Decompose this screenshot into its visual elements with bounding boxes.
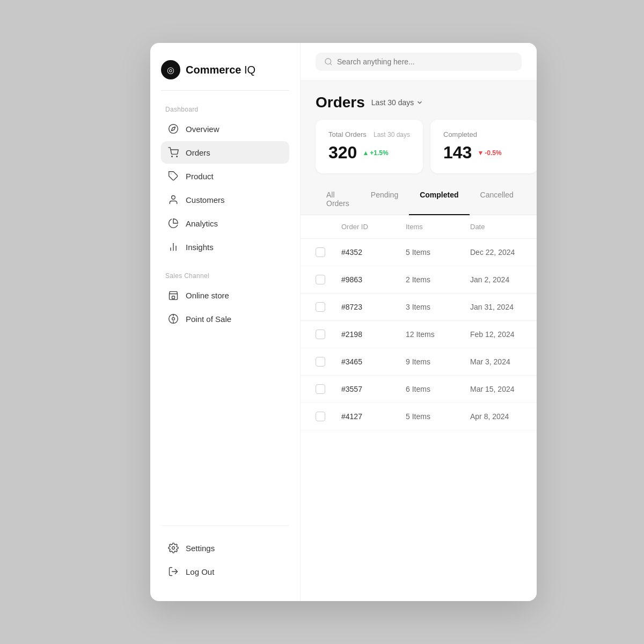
row-items: 12 Items [406,330,470,339]
tabs-bar: All Orders Pending Completed Cancelled [301,184,537,215]
tab-completed[interactable]: Completed [409,184,469,215]
nav-sales-section: Sales Channel Online store Point of Sale [161,272,289,331]
top-bar [301,43,537,81]
date-filter[interactable]: Last 30 days [371,98,423,107]
sidebar-item-analytics-label: Analytics [186,219,218,228]
row-checkbox[interactable] [316,275,341,284]
table-row[interactable]: #3465 9 Items Mar 3, 2024 [301,348,537,376]
sidebar-item-logout-label: Log Out [186,567,214,576]
svg-point-11 [172,318,175,320]
sidebar-item-settings-label: Settings [186,544,215,553]
user-icon [167,194,179,206]
table-row[interactable]: #4352 5 Items Dec 22, 2024 [301,239,537,266]
sidebar-item-analytics[interactable]: Analytics [161,212,289,235]
tab-all-orders[interactable]: All Orders [316,184,360,215]
page-header: Orders Last 30 days [301,81,537,120]
stat-value-total: 320 [328,143,357,163]
row-order-id: #3465 [341,357,406,366]
sidebar-item-insights-label: Insights [186,243,214,252]
row-items: 2 Items [406,275,470,284]
sidebar-item-online-store-label: Online store [186,291,229,300]
row-items: 9 Items [406,357,470,366]
row-date: Dec 22, 2024 [470,248,522,257]
logout-icon [167,566,179,577]
sidebar-footer: Settings Log Out [161,525,289,584]
app-name: Commerce IQ [186,64,255,76]
row-items: 6 Items [406,385,470,393]
sidebar-item-online-store[interactable]: Online store [161,284,289,306]
sidebar-item-point-of-sale[interactable]: Point of Sale [161,308,289,330]
pos-icon [167,313,179,325]
row-order-id: #8723 [341,303,406,311]
stat-value-completed: 143 [443,143,472,163]
cart-icon [167,147,179,158]
tab-cancelled[interactable]: Cancelled [470,184,524,215]
sidebar: ◎ Commerce IQ Dashboard Overview Orders [150,43,301,601]
sidebar-item-logout[interactable]: Log Out [161,560,289,583]
sales-channel-label: Sales Channel [161,272,289,280]
row-date: Feb 12, 2024 [470,330,522,339]
sidebar-item-settings[interactable]: Settings [161,537,289,559]
svg-point-3 [177,156,178,157]
search-input[interactable] [337,57,513,66]
stat-change-completed: ▼ -0.5% [477,149,501,157]
svg-point-14 [172,547,175,550]
svg-marker-1 [171,127,175,130]
svg-line-17 [330,63,332,65]
sidebar-item-pos-label: Point of Sale [186,314,231,324]
sidebar-item-customers-label: Customers [186,195,225,204]
table-row[interactable]: #9863 2 Items Jan 2, 2024 [301,266,537,294]
sidebar-item-overview[interactable]: Overview [161,118,289,140]
row-order-id: #4352 [341,248,406,257]
pie-icon [167,217,179,229]
row-items: 3 Items [406,303,470,311]
row-date: Jan 31, 2024 [470,303,522,311]
compass-icon [167,123,179,135]
row-checkbox[interactable] [316,330,341,339]
table-row[interactable]: #2198 12 Items Feb 12, 2024 [301,321,537,348]
search-bar[interactable] [316,53,522,71]
stat-label-completed: Completed [443,130,477,138]
bar-chart-icon [167,241,179,253]
search-icon [324,57,333,66]
row-date: Jan 2, 2024 [470,275,522,284]
svg-point-16 [325,58,331,64]
row-order-id: #3557 [341,385,406,393]
row-date: Mar 3, 2024 [470,357,522,366]
orders-table: Order ID Items Date #4352 5 Items Dec 22… [301,215,537,601]
stat-period-total: Last 30 days [374,131,410,138]
page-title: Orders [316,94,365,111]
nav-dashboard-section: Dashboard Overview Orders Prod [161,106,289,259]
logo-icon: ◎ [161,60,180,79]
svg-point-5 [172,196,175,200]
tab-pending[interactable]: Pending [360,184,409,215]
row-checkbox[interactable] [316,247,341,257]
row-date: Apr 8, 2024 [470,412,522,421]
row-checkbox[interactable] [316,384,341,394]
sidebar-item-customers[interactable]: Customers [161,188,289,211]
row-order-id: #2198 [341,330,406,339]
row-checkbox[interactable] [316,302,341,312]
row-checkbox[interactable] [316,412,341,421]
row-date: Mar 15, 2024 [470,385,522,393]
table-row[interactable]: #3557 6 Items Mar 15, 2024 [301,376,537,403]
col-date: Date [470,223,522,231]
store-icon [167,289,179,301]
chevron-down-icon [416,99,423,106]
svg-point-2 [172,156,173,157]
gear-icon [167,542,179,554]
row-checkbox[interactable] [316,357,341,367]
col-checkbox [316,223,341,231]
dashboard-label: Dashboard [161,106,289,113]
stat-card-completed: Completed 143 ▼ -0.5% [430,120,537,173]
logo-area: ◎ Commerce IQ [161,60,289,91]
col-order-id: Order ID [341,223,406,231]
sidebar-item-product[interactable]: Product [161,165,289,187]
sidebar-item-orders[interactable]: Orders [161,141,289,164]
table-row[interactable]: #8723 3 Items Jan 31, 2024 [301,294,537,321]
stat-label-total: Total Orders [328,130,367,138]
tag-icon [167,170,179,182]
row-items: 5 Items [406,412,470,421]
table-row[interactable]: #4127 5 Items Apr 8, 2024 [301,403,537,430]
sidebar-item-insights[interactable]: Insights [161,236,289,258]
